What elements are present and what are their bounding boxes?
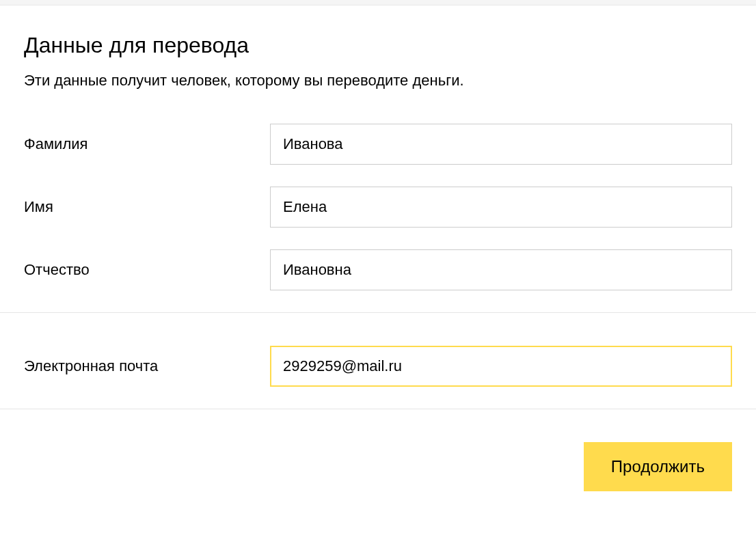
top-bar xyxy=(0,0,756,5)
last-name-row: Фамилия xyxy=(24,124,732,165)
last-name-input[interactable] xyxy=(270,124,732,165)
page-subtitle: Эти данные получит человек, которому вы … xyxy=(24,72,732,90)
middle-name-row: Отчество xyxy=(24,249,732,290)
middle-name-label: Отчество xyxy=(24,261,270,279)
section-divider xyxy=(0,312,756,313)
email-row: Электронная почта xyxy=(24,346,732,387)
section-divider-2 xyxy=(0,409,756,409)
page-title: Данные для перевода xyxy=(24,33,732,58)
button-row: Продолжить xyxy=(24,442,732,491)
first-name-row: Имя xyxy=(24,187,732,228)
form-container: Данные для перевода Эти данные получит ч… xyxy=(0,5,756,491)
email-input[interactable] xyxy=(270,346,732,387)
continue-button[interactable]: Продолжить xyxy=(584,442,732,491)
first-name-label: Имя xyxy=(24,198,270,216)
first-name-input[interactable] xyxy=(270,187,732,228)
email-label: Электронная почта xyxy=(24,357,270,375)
last-name-label: Фамилия xyxy=(24,135,270,153)
middle-name-input[interactable] xyxy=(270,249,732,290)
